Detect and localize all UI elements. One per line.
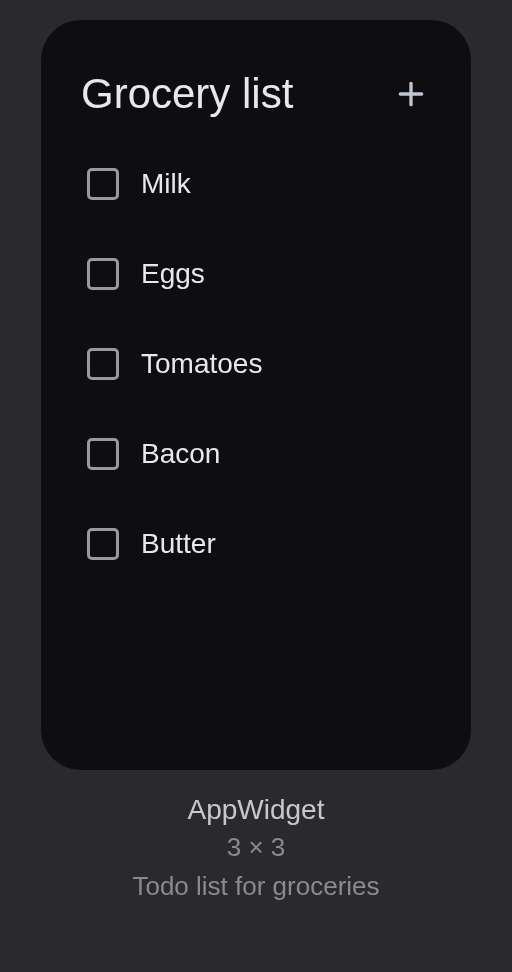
plus-icon bbox=[395, 78, 427, 110]
list-item[interactable]: Eggs bbox=[87, 258, 431, 290]
list-items: Milk Eggs Tomatoes Bacon Butter bbox=[81, 168, 431, 560]
widget-description-label: Todo list for groceries bbox=[132, 871, 379, 902]
item-label: Eggs bbox=[141, 258, 205, 290]
checkbox-icon[interactable] bbox=[87, 348, 119, 380]
widget-title: Grocery list bbox=[81, 70, 293, 118]
item-label: Tomatoes bbox=[141, 348, 262, 380]
widget-header: Grocery list bbox=[81, 70, 431, 118]
checkbox-icon[interactable] bbox=[87, 528, 119, 560]
list-item[interactable]: Bacon bbox=[87, 438, 431, 470]
widget-name-label: AppWidget bbox=[188, 794, 325, 826]
item-label: Bacon bbox=[141, 438, 220, 470]
add-button[interactable] bbox=[391, 74, 431, 114]
item-label: Butter bbox=[141, 528, 216, 560]
list-item[interactable]: Butter bbox=[87, 528, 431, 560]
checkbox-icon[interactable] bbox=[87, 258, 119, 290]
list-item[interactable]: Tomatoes bbox=[87, 348, 431, 380]
widget-info: AppWidget 3 × 3 Todo list for groceries bbox=[132, 794, 379, 902]
item-label: Milk bbox=[141, 168, 191, 200]
checkbox-icon[interactable] bbox=[87, 168, 119, 200]
widget-size-label: 3 × 3 bbox=[227, 832, 286, 863]
list-item[interactable]: Milk bbox=[87, 168, 431, 200]
checkbox-icon[interactable] bbox=[87, 438, 119, 470]
widget-card: Grocery list Milk Eggs Tomatoes Bacon Bu… bbox=[41, 20, 471, 770]
